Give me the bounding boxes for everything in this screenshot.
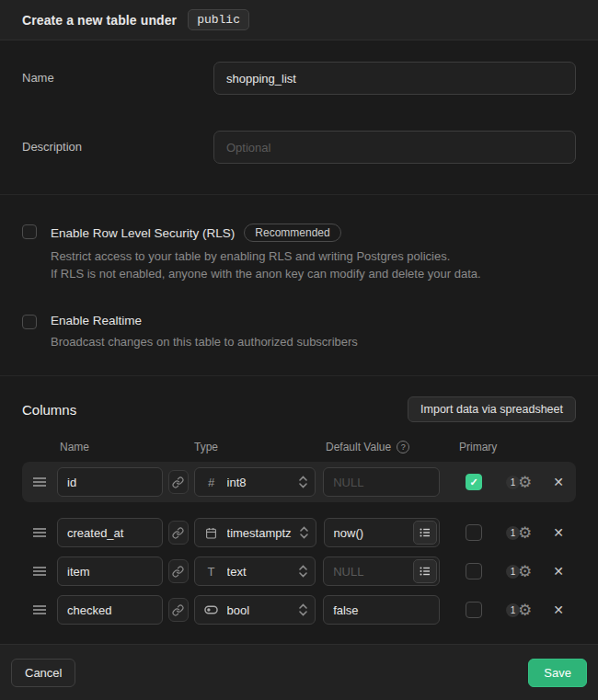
header-name: Name <box>60 441 194 453</box>
columns-section: Columns Import data via spreadsheet Name… <box>0 376 598 629</box>
header-default-value: Default Value ? <box>326 441 459 453</box>
create-table-panel: Create a new table under public Name Des… <box>0 0 598 700</box>
column-type-select[interactable]: bool <box>194 595 316 625</box>
columns-grid-header: Name Type Default Value ? Primary <box>22 441 576 453</box>
table-name-input[interactable] <box>213 62 576 95</box>
gear-icon: ⚙ <box>518 602 532 618</box>
realtime-label: Enable Realtime <box>51 314 142 327</box>
realtime-checkbox[interactable] <box>22 315 37 329</box>
table-description-input[interactable] <box>213 131 576 164</box>
gear-icon: ⚙ <box>518 475 532 490</box>
chevron-updown-icon <box>299 603 307 616</box>
default-value-input <box>323 467 440 497</box>
primary-checkbox[interactable] <box>466 524 482 541</box>
rls-label: Enable Row Level Security (RLS) <box>51 226 235 240</box>
column-type-select[interactable]: # int8 <box>194 467 316 497</box>
column-type-select[interactable]: timestamptz <box>194 518 316 547</box>
column-settings-button[interactable]: 1 ⚙ <box>506 602 532 618</box>
rls-toggle-row: Enable Row Level Security (RLS) Recommen… <box>22 224 576 282</box>
column-name-input[interactable] <box>57 467 163 497</box>
column-settings-button[interactable]: 1 ⚙ <box>506 525 532 541</box>
column-row-id: # int8 ✓ 1 ⚙ ✕ <box>22 462 576 502</box>
toggle-icon <box>204 605 219 614</box>
hash-icon: # <box>204 476 219 489</box>
primary-checkbox[interactable]: ✓ <box>466 474 482 490</box>
chevron-updown-icon <box>299 565 307 578</box>
drag-handle-icon[interactable] <box>33 527 46 538</box>
name-label: Name <box>22 62 213 95</box>
panel-footer: Cancel Save <box>0 644 598 700</box>
column-row-created-at: timestamptz 1 ⚙ ✕ <box>22 513 576 552</box>
column-settings-button[interactable]: 1 ⚙ <box>506 475 532 490</box>
column-type-select[interactable]: T text <box>194 557 316 586</box>
drag-handle-icon[interactable] <box>33 476 46 488</box>
table-info-section: Name Description <box>0 40 598 195</box>
settings-count-badge: 1 <box>506 603 520 617</box>
column-name-input[interactable] <box>57 595 163 625</box>
default-value-input[interactable] <box>323 595 440 625</box>
chevron-updown-icon <box>300 526 308 539</box>
settings-count-badge: 1 <box>506 526 520 540</box>
default-value-menu-button[interactable] <box>413 521 437 545</box>
drag-handle-icon[interactable] <box>33 566 46 577</box>
primary-checkbox[interactable] <box>466 602 482 618</box>
description-label: Description <box>22 131 213 164</box>
realtime-description: Broadcast changes on this table to autho… <box>51 333 358 350</box>
settings-count-badge: 1 <box>506 476 520 489</box>
realtime-toggle-row: Enable Realtime Broadcast changes on thi… <box>22 314 576 350</box>
header-primary: Primary <box>459 441 497 453</box>
primary-checkbox[interactable] <box>466 563 482 580</box>
column-settings-button[interactable]: 1 ⚙ <box>506 564 532 580</box>
column-row-checked: bool 1 ⚙ ✕ <box>22 591 576 629</box>
panel-header: Create a new table under public <box>0 0 598 40</box>
text-icon: T <box>204 565 219 579</box>
column-row-item: T text 1 ⚙ ✕ <box>22 552 576 591</box>
gear-icon: ⚙ <box>518 564 532 580</box>
column-name-input[interactable] <box>57 557 163 586</box>
table-options-section: Enable Row Level Security (RLS) Recommen… <box>0 195 598 376</box>
foreign-key-link-button[interactable] <box>168 559 189 583</box>
save-button[interactable]: Save <box>528 659 587 687</box>
foreign-key-link-button[interactable] <box>168 521 189 545</box>
rls-checkbox[interactable] <box>22 224 37 239</box>
cancel-button[interactable]: Cancel <box>11 659 75 687</box>
remove-column-button[interactable]: ✕ <box>553 475 564 489</box>
rls-description: Restrict access to your table by enablin… <box>51 247 481 282</box>
calendar-icon <box>204 527 219 539</box>
recommended-badge: Recommended <box>244 224 340 242</box>
gear-icon: ⚙ <box>518 525 532 541</box>
import-spreadsheet-button[interactable]: Import data via spreadsheet <box>408 396 576 422</box>
header-type: Type <box>194 441 326 453</box>
help-icon[interactable]: ? <box>397 441 409 453</box>
column-name-input[interactable] <box>57 518 163 547</box>
schema-badge: public <box>188 9 249 30</box>
chevron-updown-icon <box>299 476 307 488</box>
remove-column-button[interactable]: ✕ <box>553 564 564 579</box>
settings-count-badge: 1 <box>506 565 520 579</box>
panel-title: Create a new table under <box>22 13 177 28</box>
foreign-key-link-button[interactable] <box>168 598 189 622</box>
default-value-menu-button[interactable] <box>413 559 437 583</box>
remove-column-button[interactable]: ✕ <box>553 525 564 540</box>
foreign-key-link-button[interactable] <box>168 470 189 494</box>
drag-handle-icon[interactable] <box>33 604 46 615</box>
columns-title: Columns <box>22 402 76 418</box>
remove-column-button[interactable]: ✕ <box>553 602 564 617</box>
